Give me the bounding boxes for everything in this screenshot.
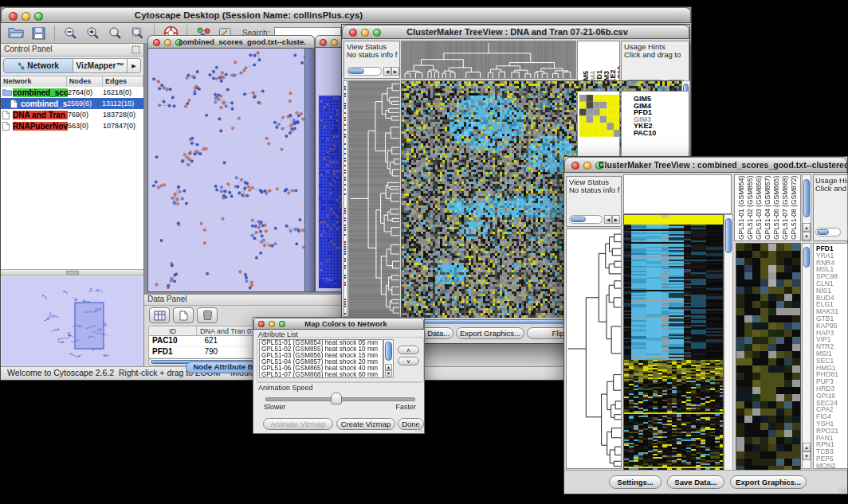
gene-list-item[interactable]: CPA2 (816, 406, 838, 413)
gene-list-item[interactable]: MSL1 (816, 266, 838, 273)
scroll-down-icon[interactable]: ▼ (803, 232, 811, 240)
gene-list-item[interactable]: GIM3 (634, 116, 656, 123)
column-header[interactable]: Edges (103, 76, 143, 87)
tv2-status-scrollbar[interactable] (569, 215, 603, 224)
network1-right-scroll[interactable] (304, 49, 314, 291)
gene-list-item[interactable]: PFD1 (816, 245, 838, 252)
gene-list-item[interactable]: YSH1 (816, 420, 838, 428)
column-header[interactable]: ID (149, 326, 197, 335)
scroll-down-icon[interactable]: ▼ (803, 451, 811, 460)
gene-list-item[interactable]: KAP95 (816, 322, 838, 330)
resize-grip[interactable] (415, 424, 423, 432)
tv2-heatmap[interactable] (623, 214, 724, 474)
delete-attribute-trash-icon[interactable] (197, 307, 218, 323)
scroll-down-icon[interactable]: ▼ (385, 370, 392, 377)
attribute-list-item[interactable]: GPL51-01 (GSM854) heat shock 05 min (260, 340, 383, 346)
gene-list-item[interactable]: RPN1 (816, 441, 838, 448)
tab-vizmapper[interactable]: VizMapper™ (73, 58, 128, 73)
minimize-icon[interactable] (583, 162, 591, 170)
tv2-vscrollbar[interactable] (724, 214, 733, 472)
attribute-list-item[interactable]: GPL51-04 (GSM857) heat shock 20 min (260, 359, 383, 365)
column-header[interactable]: Nodes (67, 76, 103, 87)
attr-scroll-thumb[interactable] (385, 342, 392, 361)
resize-grip[interactable] (838, 485, 846, 493)
gene-list-item[interactable]: NIS1 (816, 287, 838, 295)
gene-list-item[interactable]: MON2 (816, 463, 838, 469)
gene-list-item[interactable]: RPO21 (816, 428, 838, 435)
gene-list-item[interactable]: TCB3 (816, 448, 838, 455)
gene-list-item[interactable]: NTR2 (816, 343, 838, 350)
zoom-out-icon[interactable] (62, 25, 80, 42)
gene-list-item[interactable]: BUD4 (816, 295, 838, 302)
tv1-row-dendrogram[interactable] (348, 80, 400, 317)
tv2-column-label[interactable]: GPL51-06 (GSM865) (772, 176, 780, 240)
dialog-titlebar[interactable]: Map Colors to Network (253, 318, 424, 330)
zoom-selected-icon[interactable] (129, 25, 147, 42)
attribute-list-item[interactable]: GPL51-03 (GSM856) heat shock 15 min (260, 353, 383, 359)
gene-list-item[interactable]: SEC1 (816, 357, 838, 365)
gene-list-item[interactable]: RNR4 (816, 260, 838, 267)
gene-list-item[interactable]: SPC98 (816, 273, 838, 280)
close-icon[interactable] (9, 12, 18, 21)
tab-overflow-button[interactable]: ▶ (128, 58, 141, 73)
gene-list-item[interactable]: GPI16 (816, 393, 838, 400)
panel-splitter[interactable] (1, 269, 143, 276)
gene-list-item[interactable]: PHO81 (816, 371, 838, 378)
network1-canvas[interactable] (147, 49, 315, 292)
attribute-list-item[interactable]: GPL51-06 (GSM865) heat shock 40 min (260, 365, 383, 372)
close-icon[interactable] (571, 162, 579, 170)
tv2-zoom-thumb[interactable] (803, 247, 810, 268)
tv2-column-label[interactable]: GPL51-07 (GSM868) (781, 176, 789, 240)
gene-list-item[interactable]: FIG4 (816, 413, 838, 420)
minimize-icon[interactable] (164, 39, 171, 46)
network-overview[interactable] (2, 277, 143, 366)
main-titlebar[interactable]: Cytoscape Desktop (Session Name: collins… (1, 7, 691, 23)
network-row[interactable]: DNA and Tran 07769(0)183728(0) (1, 109, 143, 120)
gene-list-item[interactable]: PAC10 (634, 130, 656, 137)
tv2-save-data-button[interactable]: Save Data... (667, 475, 724, 489)
close-icon[interactable] (258, 321, 265, 327)
minimize-icon[interactable] (269, 321, 275, 327)
tv2-labels-scrollbar[interactable]: ▲ ▼ (802, 174, 811, 241)
tv1-export-graphics-button[interactable]: Export Graphics... (456, 327, 524, 339)
gene-list-item[interactable]: GTB1 (816, 315, 838, 322)
tv2-zoom-heatmap[interactable] (736, 243, 801, 474)
gene-list-item[interactable]: ELG1 (816, 301, 838, 308)
tv1-status-scrollbar[interactable] (347, 67, 382, 76)
tv2-column-label[interactable]: GPL51-03 (GSM856) (755, 176, 763, 240)
gene-list-item[interactable]: YRA1 (816, 252, 838, 260)
scroll-up-icon[interactable]: ▲ (803, 223, 811, 232)
tv2-column-dendrogram[interactable] (623, 174, 732, 214)
tv2-column-label[interactable]: GPL51-04 (GSM857) (764, 176, 771, 240)
scroll-right-icon[interactable]: ▶ (391, 67, 399, 76)
tv2-zoom-scrollbar[interactable]: ▲ ▼ (802, 243, 811, 469)
gene-list-item[interactable]: CLN1 (816, 280, 838, 287)
tv2-export-graphics-button[interactable]: Export Graphics... (730, 475, 807, 489)
gene-list-item[interactable]: HAP3 (816, 330, 838, 337)
gene-list-item[interactable]: PUF3 (816, 378, 838, 385)
zoom-window-icon[interactable] (279, 321, 285, 327)
tv2-column-label[interactable]: GPL51-01 (GSM854) (737, 176, 745, 240)
scroll-up-icon[interactable]: ▲ (803, 443, 811, 451)
attribute-list-item[interactable]: GPL51-07 (GSM868) heat shock 60 min (260, 372, 383, 378)
close-icon[interactable] (320, 39, 327, 46)
tv1-column-dendrogram[interactable] (401, 41, 576, 79)
attribute-list-scrollbar[interactable]: ▲ ▼ (383, 339, 394, 378)
scroll-right-icon[interactable]: ▶ (612, 215, 620, 224)
save-icon[interactable] (29, 25, 47, 42)
tv2-vscroll-thumb[interactable] (725, 218, 732, 253)
tv2-row-dendrogram[interactable] (566, 229, 622, 469)
gene-list-item[interactable]: MSI1 (816, 350, 838, 357)
gene-list-item[interactable]: MAK31 (816, 308, 838, 315)
zoom-window-icon[interactable] (373, 29, 381, 37)
float-panel-icon[interactable] (132, 45, 140, 54)
tv2-status-thumb[interactable] (571, 217, 586, 222)
create-vizmap-button[interactable]: Create Vizmap (336, 418, 395, 430)
slider-thumb[interactable] (331, 393, 342, 404)
move-attribute-up-button[interactable]: ∧ (398, 346, 419, 354)
tv2-settings-button[interactable]: Settings... (609, 475, 662, 489)
gene-list-item[interactable]: GIM4 (634, 103, 656, 110)
open-file-icon[interactable] (7, 25, 25, 42)
treeview1-titlebar[interactable]: ClusterMaker TreeView : DNA and Tran 07-… (342, 25, 689, 39)
network-row[interactable]: combined_scores2764(0)16218(0) (1, 87, 143, 98)
